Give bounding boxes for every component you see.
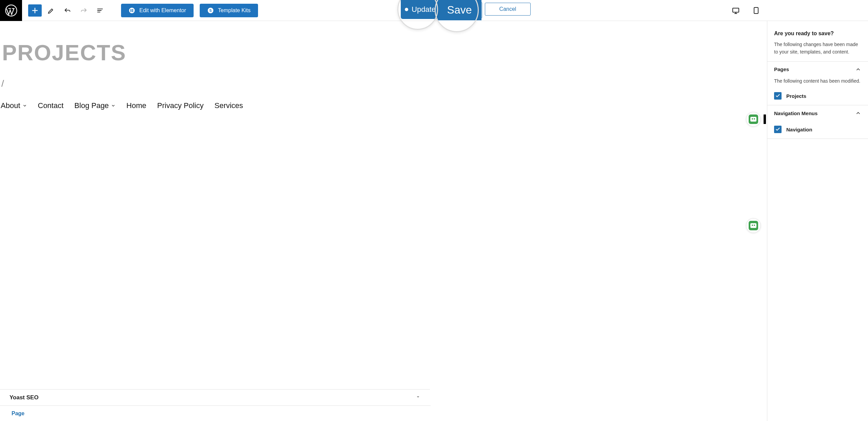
svg-text:5: 5 [210,8,212,13]
document-overview-button[interactable] [93,4,107,17]
desktop-view-button[interactable] [729,4,743,17]
save-button[interactable]: Save [437,0,481,22]
nav-item-about[interactable]: About [1,101,27,110]
wordpress-icon [5,4,17,17]
template-icon: 5 [207,7,214,14]
assistant-badge-2[interactable] [746,218,761,233]
plus-icon [31,6,39,15]
tablet-icon [752,6,760,15]
save-prompt-section: Are you ready to save? The following cha… [767,21,868,61]
nav-label: Services [214,101,243,110]
svg-rect-13 [750,223,756,228]
pages-section-header[interactable]: Pages [767,62,868,77]
nav-item-home[interactable]: Home [126,101,146,110]
nav-menus-title: Navigation Menus [774,110,817,116]
svg-rect-10 [750,117,756,122]
template-kits-button[interactable]: 5 Template Kits [200,4,258,17]
projects-label: Projects [786,93,806,99]
list-icon [96,7,104,14]
nav-menus-section-header[interactable]: Navigation Menus [767,105,868,121]
svg-point-11 [752,118,753,120]
template-kits-label: Template Kits [218,7,251,14]
yoast-title: Yoast SEO [9,394,39,401]
save-label: Save [447,4,472,16]
check-icon [775,127,781,132]
pages-item-row: Projects [767,90,868,105]
chevron-up-icon [855,110,861,116]
elementor-icon [129,7,135,14]
nav-item-privacy-policy[interactable]: Privacy Policy [157,101,204,110]
tablet-view-button[interactable] [749,4,763,17]
svg-rect-8 [733,8,739,12]
pages-section-body: The following content has been modified. [767,77,868,90]
nav-label: Privacy Policy [157,101,204,110]
nav-item-blog-page[interactable]: Blog Page [74,101,116,110]
update-button[interactable]: Update [401,0,440,19]
edit-tool[interactable] [44,4,58,17]
nav-item-services[interactable]: Services [214,101,243,110]
resize-handle[interactable] [764,114,766,124]
save-prompt-heading: Are you ready to save? [774,30,861,37]
cancel-button[interactable]: Cancel [485,3,531,16]
cancel-label: Cancel [499,6,516,12]
nav-label: About [1,101,20,110]
main-area: PROJECTS / About Contact Blog Page Home … [0,21,868,421]
svg-rect-3 [132,9,133,9]
page-tab[interactable]: Page [0,405,431,421]
svg-point-14 [752,225,753,226]
unsaved-dot-icon [405,8,408,11]
check-icon [775,93,781,99]
chevron-down-icon [22,103,27,108]
block-inserter-slash[interactable]: / [0,65,767,89]
elementor-button-label: Edit with Elementor [139,7,186,14]
navigation-menu: About Contact Blog Page Home Privacy Pol… [0,89,767,110]
assistant-badge[interactable] [746,112,761,127]
redo-button[interactable] [77,4,91,17]
robot-icon [749,114,758,124]
add-block-button[interactable] [28,4,42,17]
nav-label: Blog Page [74,101,109,110]
nav-item-contact[interactable]: Contact [38,101,64,110]
undo-icon [64,7,71,14]
nav-item-row: Navigation [767,121,868,139]
redo-icon [80,7,87,14]
navigation-checkbox[interactable] [774,126,782,133]
triangle-down-icon [416,395,420,399]
yoast-collapse[interactable] [416,395,420,401]
pages-desc: The following content has been modified. [774,77,861,85]
svg-rect-2 [131,9,132,12]
save-sidebar: Are you ready to save? The following cha… [767,21,868,421]
page-tab-label: Page [12,411,24,417]
page-title[interactable]: PROJECTS [0,21,767,65]
elementor-buttons: Edit with Elementor 5 Template Kits [121,4,258,17]
nav-label: Contact [38,101,64,110]
divider [767,139,868,139]
navigation-label: Navigation [786,127,812,132]
pages-title: Pages [774,66,789,72]
nav-label: Home [126,101,146,110]
editor-canvas[interactable]: PROJECTS / About Contact Blog Page Home … [0,21,767,421]
svg-rect-4 [132,10,133,10]
edit-with-elementor-button[interactable]: Edit with Elementor [121,4,194,17]
chevron-down-icon [111,103,116,108]
projects-checkbox[interactable] [774,92,782,100]
svg-rect-5 [132,11,133,12]
svg-point-12 [754,118,755,120]
undo-button[interactable] [61,4,74,17]
save-prompt-text: The following changes have been made to … [774,41,861,56]
yoast-seo-panel[interactable]: Yoast SEO [0,389,430,405]
robot-icon [749,221,758,230]
update-label: Update [412,5,436,14]
pencil-icon [47,7,55,14]
topbar-right [729,0,766,21]
editor-tools [28,4,107,17]
wordpress-logo[interactable] [0,0,22,21]
svg-point-15 [754,225,755,226]
svg-rect-9 [754,7,758,14]
desktop-icon [732,6,740,15]
chevron-up-icon [855,66,861,72]
